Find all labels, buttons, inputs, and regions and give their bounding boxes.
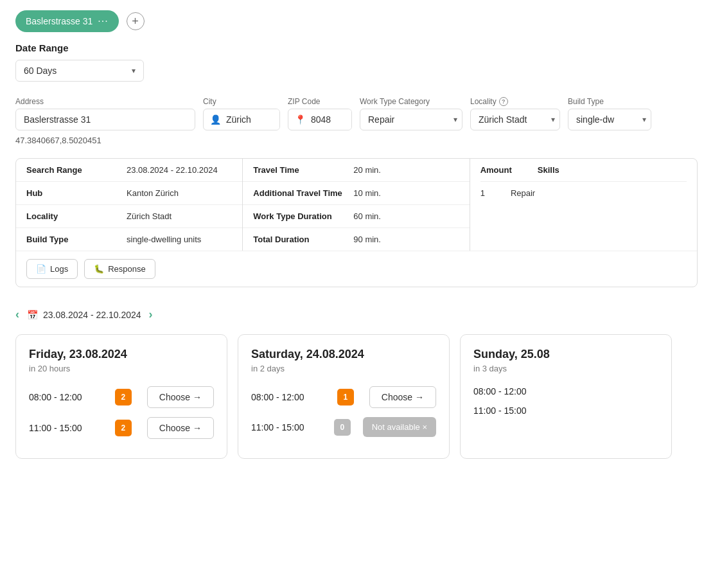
address-input[interactable] <box>15 109 195 130</box>
city-input-wrapper: 👤 <box>203 109 280 130</box>
row-key: Additional Travel Time <box>253 188 343 198</box>
logs-label: Logs <box>50 264 68 274</box>
day-title: Saturday, 24.08.2024 <box>251 348 436 361</box>
row-key: Total Duration <box>253 235 343 244</box>
date-range-label: Date Range <box>15 42 698 53</box>
city-input[interactable] <box>226 109 279 130</box>
amount-skills-row: 1 Repair <box>480 182 687 198</box>
locality-label-row: Locality ? <box>470 97 560 106</box>
date-range-display: 📅 23.08.2024 - 22.10.2024 <box>27 310 141 320</box>
slot-badge: 1 <box>337 389 354 405</box>
date-range-select[interactable]: 60 Days ▾ <box>15 60 144 82</box>
table-row: LocalityZürich Stadt <box>16 205 242 228</box>
location-label: Baslerstrasse 31 <box>26 16 92 26</box>
info-grid: Search Range23.08.2024 - 22.10.2024HubKa… <box>16 159 697 251</box>
day-subtitle: in 2 days <box>251 364 436 373</box>
address-row: Address City 👤 ZIP Code 📍 Work Type Cate… <box>15 97 698 130</box>
slot-row: 08:00 - 12:00 2 Choose → <box>29 386 214 408</box>
locality-label: Locality <box>470 97 497 106</box>
amount-skills-col: Amount Skills 1 Repair <box>470 159 697 204</box>
log-buttons-row: 📄 Logs 🐛 Response <box>16 251 697 287</box>
days-grid: Friday, 23.08.2024 in 20 hours 08:00 - 1… <box>15 334 698 459</box>
response-label: Response <box>108 264 146 274</box>
address-field-group: Address <box>15 97 195 130</box>
address-label: Address <box>15 97 195 106</box>
add-button[interactable]: + <box>127 12 145 30</box>
slot-row: 08:00 - 12:00 <box>473 386 658 396</box>
row-value: 10 min. <box>353 188 381 198</box>
info-col-right: Amount Skills 1 Repair <box>470 159 697 251</box>
skills-value: Repair <box>511 188 535 198</box>
logs-button[interactable]: 📄 Logs <box>26 259 78 279</box>
zip-label: ZIP Code <box>288 97 352 106</box>
row-key: Build Type <box>26 235 116 244</box>
address-section: Address City 👤 ZIP Code 📍 Work Type Cate… <box>15 97 698 145</box>
locality-select-wrapper: Zürich Stadt ▾ <box>470 109 560 130</box>
location-pill[interactable]: Baslerstrasse 31 ··· <box>15 10 119 32</box>
row-value: 90 min. <box>353 235 381 244</box>
table-row: Total Duration90 min. <box>243 228 469 251</box>
info-col-middle: Travel Time20 min.Additional Travel Time… <box>243 159 470 251</box>
person-icon: 👤 <box>204 109 226 130</box>
slot-row: 11:00 - 15:00 0 Not available × <box>251 417 436 437</box>
row-key: Search Range <box>26 165 116 175</box>
slot-row: 11:00 - 15:00 <box>473 405 658 416</box>
amount-value: 1 <box>480 188 485 198</box>
more-options-icon[interactable]: ··· <box>98 15 108 27</box>
coordinates-text: 47.3840667,8.5020451 <box>15 136 698 145</box>
not-available-button[interactable]: Not available × <box>363 417 436 437</box>
choose-button[interactable]: Choose → <box>369 386 436 408</box>
row-key: Work Type Duration <box>253 211 343 221</box>
day-subtitle: in 20 hours <box>29 364 214 373</box>
row-key: Travel Time <box>253 165 343 175</box>
table-row: HubKanton Zürich <box>16 182 242 205</box>
response-icon: 🐛 <box>94 264 104 274</box>
slot-time: 11:00 - 15:00 <box>29 423 100 433</box>
response-button[interactable]: 🐛 Response <box>84 259 155 279</box>
zip-input-wrapper: 📍 <box>288 109 352 130</box>
build-type-select[interactable]: single-dw <box>568 109 651 130</box>
locality-select[interactable]: Zürich Stadt <box>470 109 560 130</box>
info-table: Search Range23.08.2024 - 22.10.2024HubKa… <box>15 158 698 287</box>
work-type-select[interactable]: Repair <box>360 109 462 130</box>
city-field-group: City 👤 <box>203 97 280 130</box>
logs-icon: 📄 <box>36 264 46 274</box>
main-content: Date Range 60 Days ▾ Address City 👤 ZIP … <box>0 42 713 474</box>
table-row: Work Type Duration60 min. <box>243 205 469 228</box>
next-date-button[interactable]: › <box>149 308 153 321</box>
build-type-label: Build Type <box>568 97 651 106</box>
row-value: Zürich Stadt <box>127 211 172 221</box>
slot-badge: 0 <box>334 419 351 436</box>
slot-row: 08:00 - 12:00 1 Choose → <box>251 386 436 408</box>
locality-info-icon: ? <box>499 97 508 106</box>
day-subtitle: in 3 days <box>473 364 658 373</box>
build-type-field-group: Build Type single-dw ▾ <box>568 97 651 130</box>
pin-icon: 📍 <box>288 109 311 130</box>
row-value: 23.08.2024 - 22.10.2024 <box>127 165 218 175</box>
day-card: Saturday, 24.08.2024 in 2 days 08:00 - 1… <box>238 334 450 459</box>
slot-time: 11:00 - 15:00 <box>251 422 322 432</box>
choose-button[interactable]: Choose → <box>147 417 214 439</box>
work-type-label: Work Type Category <box>360 97 462 106</box>
row-value: 60 min. <box>353 211 381 221</box>
slot-badge: 2 <box>115 389 132 405</box>
prev-date-button[interactable]: ‹ <box>15 308 19 321</box>
zip-input[interactable] <box>311 109 351 130</box>
locality-field-group: Locality ? Zürich Stadt ▾ <box>470 97 560 130</box>
work-type-select-wrapper: Repair ▾ <box>360 109 462 130</box>
build-type-select-wrapper: single-dw ▾ <box>568 109 651 130</box>
zip-field-group: ZIP Code 📍 <box>288 97 352 130</box>
skills-header: Skills <box>538 165 559 175</box>
day-card: Friday, 23.08.2024 in 20 hours 08:00 - 1… <box>15 334 227 459</box>
row-key: Hub <box>26 188 116 198</box>
choose-button[interactable]: Choose → <box>147 386 214 408</box>
slot-badge: 2 <box>115 420 132 436</box>
top-bar: Baslerstrasse 31 ··· + <box>0 0 713 42</box>
date-nav: ‹ 📅 23.08.2024 - 22.10.2024 › <box>15 303 698 334</box>
day-card: Sunday, 25.08 in 3 days 08:00 - 12:00 11… <box>460 334 672 459</box>
log-buttons-container: 📄 Logs 🐛 Response <box>16 251 697 287</box>
date-range-section: Date Range 60 Days ▾ <box>15 42 698 82</box>
row-key: Locality <box>26 211 116 221</box>
amount-header: Amount <box>480 165 512 175</box>
work-type-field-group: Work Type Category Repair ▾ <box>360 97 462 130</box>
